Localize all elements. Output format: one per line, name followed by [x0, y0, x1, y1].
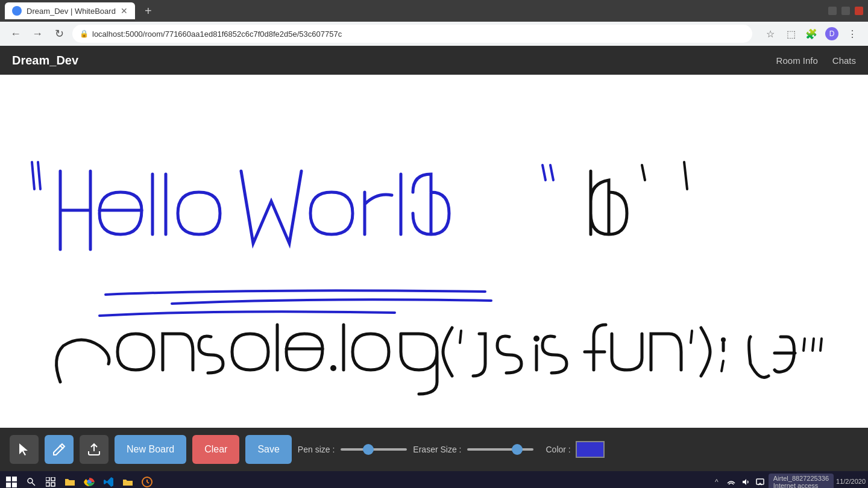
svg-point-1	[330, 365, 336, 371]
new-tab-button[interactable]: +	[140, 2, 157, 19]
taskbar-folder-icon[interactable]	[119, 474, 136, 488]
svg-rect-5	[6, 477, 11, 481]
pen-size-group: Pen size :	[298, 445, 407, 454]
back-button[interactable]: ←	[7, 25, 24, 42]
maximize-button[interactable]	[841, 7, 850, 15]
windows-taskbar: ^ Airtel_8827225336 Internet access 11/2…	[0, 471, 868, 488]
eraser-size-slider[interactable]	[467, 448, 533, 451]
svg-rect-14	[51, 483, 55, 486]
pen-size-label: Pen size :	[298, 445, 335, 454]
header-nav: Room Info Chats	[776, 55, 856, 66]
browser-tab-bar: Dream_Dev | WhiteBoard ✕ +	[0, 0, 868, 22]
bookmark-icon[interactable]: ☆	[762, 25, 779, 42]
pen-size-slider[interactable]	[341, 448, 407, 451]
notification-text: Airtel_8827225336 Internet access	[773, 475, 829, 488]
tray-message-icon[interactable]	[754, 476, 766, 488]
save-button[interactable]: Save	[245, 435, 291, 464]
tab-favicon	[12, 6, 22, 16]
menu-icon[interactable]: ⋮	[844, 25, 861, 42]
whiteboard-drawing	[0, 75, 868, 428]
svg-point-2	[533, 336, 539, 342]
pen-tool-button[interactable]	[45, 435, 74, 464]
tray-up-arrow-icon[interactable]: ^	[711, 476, 723, 488]
svg-rect-6	[12, 477, 17, 481]
taskbar-file-explorer-icon[interactable]	[61, 474, 78, 488]
svg-point-9	[28, 478, 33, 483]
active-tab[interactable]: Dream_Dev | WhiteBoard ✕	[5, 2, 135, 19]
upload-tool-button[interactable]	[80, 435, 108, 464]
tab-close-icon[interactable]: ✕	[121, 6, 128, 16]
new-board-button[interactable]: New Board	[115, 435, 186, 464]
url-text: localhost:5000/room/771660aa1ed81f6852c6…	[92, 30, 342, 39]
svg-line-4	[60, 445, 63, 449]
tray-notification-popup[interactable]: Airtel_8827225336 Internet access	[769, 474, 834, 488]
close-button[interactable]	[855, 7, 863, 15]
tray-network-icon[interactable]	[725, 476, 737, 488]
svg-rect-8	[12, 483, 17, 487]
clear-button[interactable]: Clear	[192, 435, 239, 464]
svg-point-3	[721, 337, 726, 342]
svg-rect-11	[46, 477, 49, 481]
toolbar: New Board Clear Save Pen size : Eraser S…	[0, 428, 868, 471]
whiteboard-canvas-area[interactable]	[0, 75, 868, 428]
svg-point-0	[14, 8, 20, 14]
color-swatch[interactable]	[576, 441, 605, 458]
refresh-button[interactable]: ↻	[51, 25, 68, 42]
browser-nav-bar: ← → ↻ 🔒 localhost:5000/room/771660aa1ed8…	[0, 22, 868, 46]
taskbar-date: 11/2/2020	[836, 477, 866, 486]
taskbar-chrome-icon[interactable]	[81, 474, 98, 488]
svg-rect-12	[51, 477, 55, 481]
start-button[interactable]	[2, 473, 20, 488]
color-group: Color :	[546, 441, 604, 458]
taskbar-search-button[interactable]	[23, 474, 40, 488]
room-info-link[interactable]: Room Info	[776, 55, 818, 66]
minimize-button[interactable]	[828, 7, 837, 15]
taskbar-clock-icon[interactable]	[139, 474, 156, 488]
taskbar-time: 11/2/2020	[836, 477, 866, 486]
app-title: Dream_Dev	[12, 54, 776, 67]
system-tray: ^ Airtel_8827225336 Internet access 11/2…	[711, 474, 866, 488]
nav-icons: ☆ ⬚ 🧩 D ⋮	[762, 25, 861, 42]
tab-title: Dream_Dev | WhiteBoard	[27, 7, 116, 16]
svg-line-10	[32, 483, 35, 486]
chats-link[interactable]: Chats	[832, 55, 856, 66]
svg-rect-7	[6, 483, 11, 487]
svg-line-18	[147, 482, 149, 483]
forward-button[interactable]: →	[29, 25, 46, 42]
taskbar-task-view-button[interactable]	[42, 474, 59, 488]
color-label: Color :	[546, 445, 570, 454]
cursor-tool-button[interactable]	[10, 435, 39, 464]
extensions-icon[interactable]: 🧩	[803, 25, 820, 42]
screenshot-icon[interactable]: ⬚	[782, 25, 799, 42]
taskbar-vscode-icon[interactable]	[100, 474, 117, 488]
eraser-size-label: Eraser Size :	[413, 445, 461, 454]
tray-sound-icon[interactable]	[740, 476, 752, 488]
address-bar[interactable]: 🔒 localhost:5000/room/771660aa1ed81f6852…	[72, 25, 752, 43]
tray-icons: ^	[711, 476, 766, 488]
eraser-size-group: Eraser Size :	[413, 445, 533, 454]
profile-icon[interactable]: D	[823, 25, 840, 42]
app-header: Dream_Dev Room Info Chats	[0, 46, 868, 75]
svg-rect-13	[46, 483, 49, 486]
